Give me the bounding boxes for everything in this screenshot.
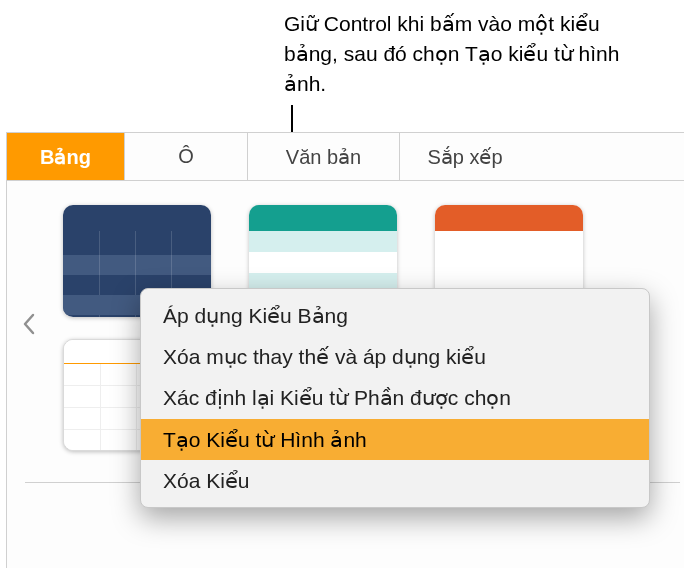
table-style-context-menu: Áp dụng Kiểu Bảng Xóa mục thay thế và áp…: [140, 288, 650, 508]
menu-item-apply-style[interactable]: Áp dụng Kiểu Bảng: [141, 295, 649, 336]
menu-item-redefine-style[interactable]: Xác định lại Kiểu từ Phần được chọn: [141, 377, 649, 418]
menu-item-delete-style[interactable]: Xóa Kiểu: [141, 460, 649, 501]
menu-item-create-from-image[interactable]: Tạo Kiểu từ Hình ảnh: [141, 419, 649, 460]
tab-text[interactable]: Văn bản: [248, 133, 400, 180]
callout-text: Giữ Control khi bấm vào một kiểu bảng, s…: [284, 9, 626, 99]
tab-table[interactable]: Bảng: [7, 133, 125, 180]
tab-cell[interactable]: Ô: [125, 133, 248, 180]
tab-arrange[interactable]: Sắp xếp: [400, 133, 530, 180]
tab-bar: Bảng Ô Văn bản Sắp xếp: [7, 133, 684, 181]
styles-nav-left[interactable]: [19, 309, 39, 339]
chevron-left-icon: [22, 313, 36, 335]
menu-item-clear-and-apply[interactable]: Xóa mục thay thế và áp dụng kiểu: [141, 336, 649, 377]
